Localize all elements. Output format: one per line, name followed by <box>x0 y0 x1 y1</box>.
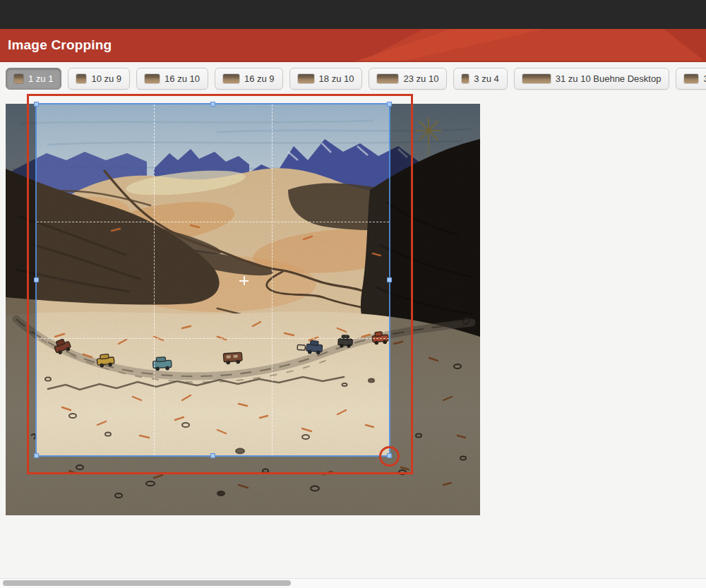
crop-handle-top-left[interactable] <box>34 102 39 107</box>
page-title: Image Cropping <box>0 29 706 53</box>
image-cropping-app: Image Cropping 1 zu 1 10 zu 9 16 zu 10 1… <box>0 0 706 588</box>
aspect-ratio-toolbar: 1 zu 1 10 zu 9 16 zu 10 16 zu 9 18 zu 10… <box>6 68 706 90</box>
ratio-button-label: 16 zu 9 <box>244 73 275 84</box>
aspect-thumbnail <box>522 74 551 83</box>
crop-handle-top-middle[interactable] <box>210 102 215 107</box>
ratio-button-1-zu-1[interactable]: 1 zu 1 <box>6 68 61 90</box>
ratio-button-31-zu-10-buehne-desktop[interactable]: 31 zu 10 Buehne Desktop <box>514 68 670 90</box>
crop-handle-top-right[interactable] <box>387 102 392 107</box>
horizontal-scrollbar-thumb[interactable] <box>3 580 291 586</box>
crop-stage <box>6 104 480 515</box>
aspect-thumbnail <box>223 74 239 83</box>
crop-handle-bottom-middle[interactable] <box>210 453 215 458</box>
aspect-thumbnail <box>298 74 314 83</box>
crop-handle-bottom-left[interactable] <box>34 453 39 458</box>
horizontal-scrollbar[interactable] <box>0 578 706 588</box>
rule-of-thirds-line <box>37 222 389 222</box>
ratio-button-18-zu-10[interactable]: 18 zu 10 <box>289 68 363 90</box>
crop-selection[interactable] <box>35 103 390 457</box>
ratio-button-label: 16 zu 10 <box>164 73 200 84</box>
ratio-button-label: 23 zu 10 <box>403 73 438 84</box>
ratio-button-label: 1 zu 1 <box>28 73 53 84</box>
ratio-button-23-zu-10[interactable]: 23 zu 10 <box>369 68 447 90</box>
ratio-button-31-zu-20-buehne-mobil[interactable]: 31 zu 20 Buehne mobil <box>676 68 706 90</box>
top-bar <box>0 0 706 29</box>
app-header: Image Cropping <box>0 29 706 62</box>
crop-handle-middle-left[interactable] <box>34 277 39 282</box>
aspect-thumbnail <box>145 74 160 83</box>
rule-of-thirds-line <box>37 338 389 339</box>
ratio-button-3-zu-4[interactable]: 3 zu 4 <box>453 68 507 90</box>
aspect-thumbnail <box>684 74 698 83</box>
ratio-button-16-zu-9[interactable]: 16 zu 9 <box>215 68 283 90</box>
rule-of-thirds-line <box>272 104 273 455</box>
aspect-thumbnail <box>462 74 469 83</box>
rule-of-thirds-line <box>154 104 155 455</box>
ratio-button-label: 10 zu 9 <box>91 73 121 84</box>
ratio-button-16-zu-10[interactable]: 16 zu 10 <box>136 68 208 90</box>
ratio-button-label: 3 zu 4 <box>474 73 498 84</box>
crop-handle-middle-right[interactable] <box>387 277 392 282</box>
crop-center-marker <box>239 276 249 285</box>
ratio-button-label: 31 zu 20 Buehne mobil <box>703 73 706 84</box>
aspect-thumbnail <box>14 74 23 83</box>
aspect-thumbnail <box>377 74 398 83</box>
ratio-button-label: 31 zu 10 Buehne Desktop <box>556 73 662 84</box>
ratio-button-10-zu-9[interactable]: 10 zu 9 <box>68 68 130 90</box>
crop-handle-bottom-right[interactable] <box>387 453 392 458</box>
aspect-thumbnail <box>76 74 86 83</box>
ratio-button-label: 18 zu 10 <box>319 73 354 84</box>
